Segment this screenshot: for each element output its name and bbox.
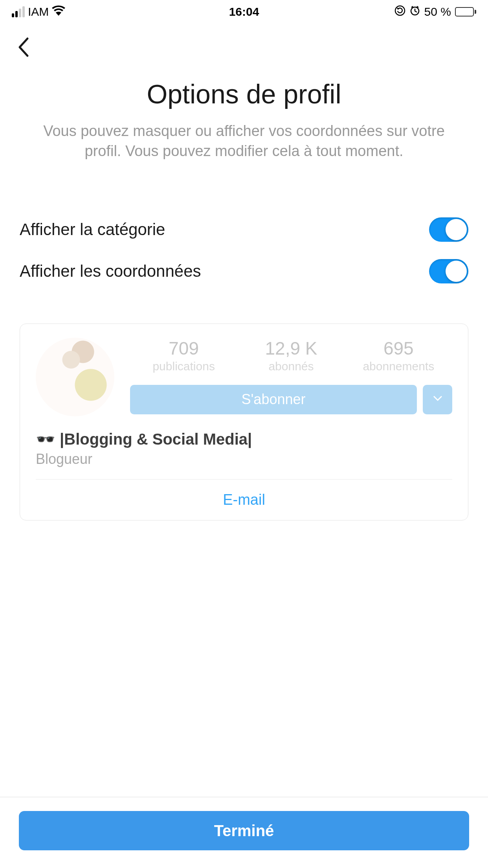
status-right: 50 %: [394, 5, 476, 19]
avatar: [36, 338, 114, 416]
done-button[interactable]: Terminé: [19, 811, 469, 850]
page-title: Options de profil: [20, 79, 468, 109]
toggle-row-contacts: Afficher les coordonnées: [20, 250, 468, 292]
battery-icon: [455, 7, 476, 17]
profile-category: Blogueur: [36, 451, 452, 467]
status-bar: IAM 16:04 50 %: [0, 0, 488, 24]
svg-point-0: [395, 6, 405, 15]
done-button-label: Terminé: [214, 822, 274, 840]
follow-button-label: S'abonner: [241, 391, 305, 408]
toggle-row-category: Afficher la catégorie: [20, 209, 468, 250]
toggle-category-label: Afficher la catégorie: [20, 220, 165, 239]
stat-following-label: abonnements: [345, 360, 452, 373]
stat-followers: 12,9 K abonnés: [237, 338, 345, 373]
stat-posts-label: publications: [130, 360, 237, 373]
back-button[interactable]: [16, 35, 31, 59]
toggle-contacts[interactable]: [429, 259, 468, 283]
stat-following-count: 695: [345, 338, 452, 359]
toggle-contacts-label: Afficher les coordonnées: [20, 262, 201, 281]
alarm-icon: [409, 5, 420, 19]
toggle-category[interactable]: [429, 217, 468, 242]
stat-following: 695 abonnements: [345, 338, 452, 373]
carrier-label: IAM: [28, 5, 49, 18]
status-time: 16:04: [229, 5, 259, 18]
status-left: IAM: [12, 5, 65, 18]
stat-followers-count: 12,9 K: [237, 338, 345, 359]
email-row[interactable]: E-mail: [36, 479, 452, 520]
nav-bar: [0, 24, 488, 71]
follow-button[interactable]: S'abonner: [130, 385, 417, 414]
follow-dropdown-button[interactable]: [423, 385, 452, 414]
stat-posts-count: 709: [130, 338, 237, 359]
email-link: E-mail: [223, 491, 265, 508]
rotation-lock-icon: [394, 5, 405, 19]
profile-name: 🕶️ |Blogging & Social Media|: [36, 430, 452, 449]
page-subtitle: Vous pouvez masquer ou afficher vos coor…: [20, 121, 468, 162]
profile-preview-card: 709 publications 12,9 K abonnés 695 abon…: [20, 324, 468, 520]
battery-percentage: 50 %: [424, 5, 451, 18]
stat-posts: 709 publications: [130, 338, 237, 373]
stat-followers-label: abonnés: [237, 360, 345, 373]
wifi-icon: [52, 5, 65, 18]
signal-icon: [12, 6, 25, 17]
footer: Terminé: [0, 797, 488, 868]
chevron-down-icon: [433, 395, 442, 403]
